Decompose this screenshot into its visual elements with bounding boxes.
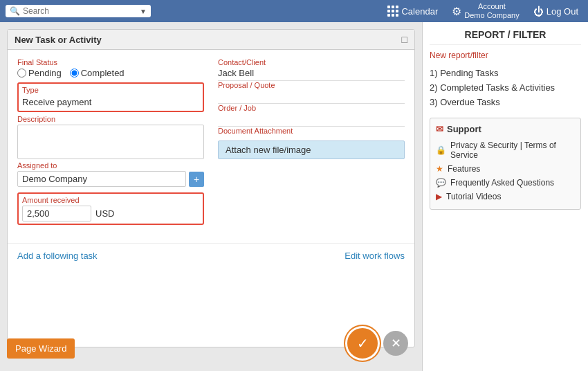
gear-icon: ⚙ bbox=[452, 5, 461, 18]
assigned-to-field: Assigned to + bbox=[17, 161, 204, 187]
close-icon: ✕ bbox=[391, 336, 401, 351]
list-item[interactable]: 3) Overdue Tasks bbox=[430, 95, 581, 109]
content-area: New Task or Activity □ Final Status Pend… bbox=[0, 22, 422, 371]
logout-icon: ⏻ bbox=[533, 6, 544, 17]
support-title: ✉ Support bbox=[436, 124, 575, 134]
add-assigned-button[interactable]: + bbox=[189, 172, 204, 187]
calendar-label: Calendar bbox=[401, 6, 438, 17]
pending-radio-label[interactable]: Pending bbox=[17, 68, 62, 78]
grid-icon bbox=[387, 6, 398, 17]
list-item[interactable]: 1) Pending Tasks bbox=[430, 66, 581, 80]
amount-field-highlight: Amount received USD bbox=[17, 192, 204, 225]
description-field: Description bbox=[17, 115, 204, 161]
proposal-value bbox=[218, 91, 405, 104]
account-button[interactable]: ⚙ Account Demo Company bbox=[448, 2, 523, 20]
contact-label: Contact/Client bbox=[218, 58, 405, 66]
new-report-filter-button[interactable]: New report/filter bbox=[430, 51, 488, 60]
features-item[interactable]: ★ Features bbox=[436, 162, 575, 176]
status-radio-group: Pending Completed bbox=[17, 68, 204, 78]
top-nav: 🔍 ▼ Calendar ⚙ Account Demo Company ⏻ Lo… bbox=[0, 0, 588, 22]
dialog-footer: Add a following task Edit work flows bbox=[8, 243, 414, 268]
doc-attachment-field: Document Attachment Attach new file/imag… bbox=[218, 127, 405, 159]
logout-button[interactable]: ⏻ Log Out bbox=[529, 6, 582, 17]
order-label: Order / Job bbox=[218, 104, 405, 112]
right-panel: REPORT / FILTER New report/filter 1) Pen… bbox=[422, 22, 588, 371]
panel-title: REPORT / FILTER bbox=[430, 29, 581, 45]
assigned-row: + bbox=[17, 171, 204, 187]
main-layout: New Task or Activity □ Final Status Pend… bbox=[0, 22, 588, 371]
star-icon: ★ bbox=[436, 164, 443, 174]
description-label: Description bbox=[17, 115, 204, 123]
proposal-label: Proposal / Quote bbox=[218, 81, 405, 89]
save-button[interactable]: ✓ bbox=[347, 328, 378, 359]
dialog-title-text: New Task or Activity bbox=[15, 35, 102, 45]
edit-workflows-button[interactable]: Edit work flows bbox=[344, 251, 405, 261]
new-task-dialog: New Task or Activity □ Final Status Pend… bbox=[7, 29, 415, 347]
order-value bbox=[218, 114, 405, 127]
attach-file-button[interactable]: Attach new file/image bbox=[218, 141, 405, 159]
close-button[interactable]: □ bbox=[402, 34, 407, 45]
support-section: ✉ Support 🔒 Privacy & Security | Terms o… bbox=[430, 118, 581, 210]
final-status-label: Final Status bbox=[17, 58, 204, 66]
currency-label: USD bbox=[95, 208, 114, 219]
order-field: Order / Job bbox=[218, 104, 405, 127]
contact-field: Contact/Client Jack Bell bbox=[218, 58, 405, 81]
proposal-field: Proposal / Quote bbox=[218, 81, 405, 104]
float-buttons: ✓ ✕ bbox=[347, 328, 408, 359]
contact-value: Jack Bell bbox=[218, 68, 405, 81]
description-input[interactable] bbox=[17, 125, 204, 159]
left-column: Final Status Pending Completed bbox=[17, 58, 204, 228]
chat-icon: 💬 bbox=[436, 178, 446, 188]
dropdown-arrow-icon[interactable]: ▼ bbox=[140, 8, 147, 15]
dialog-title-bar: New Task or Activity □ bbox=[8, 30, 414, 50]
type-label: Type bbox=[22, 86, 199, 94]
type-value: Receive payment bbox=[22, 96, 199, 109]
cancel-button[interactable]: ✕ bbox=[383, 331, 408, 356]
right-column: Contact/Client Jack Bell Proposal / Quot… bbox=[218, 58, 405, 228]
add-following-task-button[interactable]: Add a following task bbox=[17, 251, 98, 261]
tutorial-item[interactable]: ▶ Tutorial Videos bbox=[436, 190, 575, 203]
page-wizard-button[interactable]: Page Wizard bbox=[7, 338, 75, 359]
faq-item[interactable]: 💬 Frequently Asked Questions bbox=[436, 176, 575, 190]
list-item[interactable]: 2) Completed Tasks & Activities bbox=[430, 80, 581, 95]
shield-icon: 🔒 bbox=[436, 145, 446, 155]
account-label: Account Demo Company bbox=[464, 2, 519, 20]
privacy-item[interactable]: 🔒 Privacy & Security | Terms of Service bbox=[436, 138, 575, 162]
completed-radio[interactable] bbox=[70, 69, 79, 78]
search-icon: 🔍 bbox=[10, 6, 20, 16]
final-status-field: Final Status Pending Completed bbox=[17, 58, 204, 78]
assigned-label: Assigned to bbox=[17, 161, 204, 170]
search-bar[interactable]: 🔍 ▼ bbox=[6, 5, 151, 17]
dialog-body: Final Status Pending Completed bbox=[8, 50, 414, 236]
assigned-input[interactable] bbox=[17, 171, 186, 187]
amount-input[interactable] bbox=[22, 206, 91, 221]
report-list: 1) Pending Tasks 2) Completed Tasks & Ac… bbox=[430, 66, 581, 109]
video-icon: ▶ bbox=[436, 192, 442, 201]
amount-row: USD bbox=[22, 206, 199, 221]
logout-label: Log Out bbox=[546, 6, 578, 17]
amount-label: Amount received bbox=[22, 196, 199, 204]
doc-label: Document Attachment bbox=[218, 127, 405, 135]
pending-radio[interactable] bbox=[17, 69, 26, 78]
mail-icon: ✉ bbox=[436, 124, 443, 134]
checkmark-icon: ✓ bbox=[357, 335, 369, 352]
calendar-button[interactable]: Calendar bbox=[383, 6, 442, 17]
completed-radio-label[interactable]: Completed bbox=[70, 68, 125, 78]
type-field-highlight: Type Receive payment bbox=[17, 82, 204, 112]
search-input[interactable] bbox=[23, 6, 127, 16]
